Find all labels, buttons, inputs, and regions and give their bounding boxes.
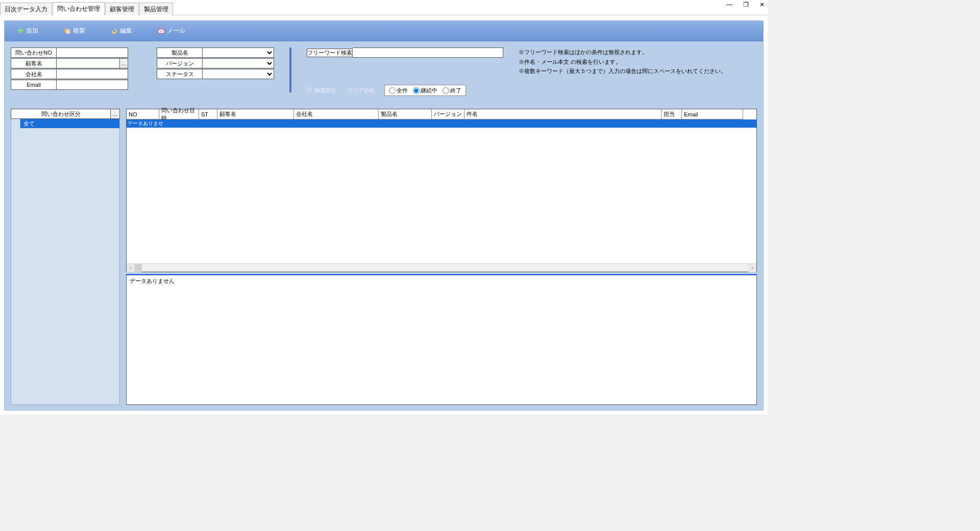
tab-product-mgmt[interactable]: 製品管理 — [139, 3, 173, 15]
edit-button-label: 編集 — [120, 27, 132, 35]
category-item-label: 全て — [20, 119, 119, 128]
radio-done-label: 終了 — [450, 87, 461, 94]
status-radio-group: 全件 継続中 終了 — [384, 85, 466, 96]
customer-input[interactable] — [57, 58, 120, 68]
window-maximize-button[interactable]: ❐ — [742, 1, 749, 8]
main-tabs: 日次データ入力 問い合わせ管理 顧客管理 製品管理 — [0, 4, 768, 15]
filter-freeword-column: フリーワード検索 検索[F1] クリア[F4] — [307, 47, 503, 96]
company-label: 会社名 — [11, 69, 57, 79]
radio-all-label: 全件 — [397, 87, 408, 94]
product-select[interactable] — [203, 47, 274, 58]
edit-button[interactable]: 編集 — [111, 27, 132, 35]
scroll-thumb[interactable] — [135, 264, 142, 272]
search-link-label: 検索[F1] — [314, 87, 335, 94]
clear-link[interactable]: クリア[F4] — [348, 87, 374, 94]
plus-icon — [17, 28, 24, 35]
grid-header-row: NO問い合わせ日時ST顧客名会社名製品名バージョン件名担当Email — [127, 109, 756, 119]
grid-header-cell[interactable]: NO — [127, 109, 159, 119]
tab-customer-mgmt[interactable]: 顧客管理 — [105, 3, 139, 15]
grid-header-cell[interactable]: 製品名 — [379, 109, 432, 119]
window-close-button[interactable]: ✕ — [758, 1, 766, 8]
inquiry-no-label: 問い合わせNO — [11, 47, 57, 58]
radio-ongoing[interactable]: 継続中 — [413, 87, 437, 94]
search-link[interactable]: 検索[F1] — [307, 87, 335, 94]
copy-button[interactable]: 複製 — [64, 27, 85, 35]
detail-empty-text: データありません — [130, 278, 175, 284]
grid-header-cell[interactable]: バージョン — [432, 109, 464, 119]
category-item-all[interactable]: 全て — [11, 119, 119, 128]
scroll-left-button[interactable]: ‹ — [127, 264, 135, 272]
grid-header-cell[interactable]: ST — [199, 109, 217, 119]
grid-header-cell[interactable]: 担当 — [662, 109, 682, 119]
row-indicator — [11, 119, 20, 128]
status-label: ステータス — [157, 69, 203, 79]
grid-body: データありませ — [127, 119, 756, 263]
category-panel: 問い合わせ区分 … 全て — [11, 109, 120, 405]
detail-panel: データありません — [126, 274, 757, 405]
grid-header-cell[interactable]: 顧客名 — [217, 109, 294, 119]
grid-header-cell[interactable]: 件名 — [464, 109, 662, 119]
grid-header-cell[interactable]: 問い合わせ日時 — [159, 109, 199, 119]
svg-line-4 — [311, 91, 312, 92]
freeword-input[interactable] — [353, 47, 503, 58]
svg-rect-1 — [66, 30, 70, 34]
search-icon — [307, 87, 313, 94]
radio-done[interactable]: 終了 — [443, 87, 461, 94]
add-button[interactable]: 追加 — [17, 27, 38, 35]
filter-left-column: 問い合わせNO 顧客名 … 会社名 Email — [11, 47, 128, 90]
action-toolbar: 追加 複製 編集 メール — [5, 21, 763, 41]
grid-horizontal-scrollbar[interactable]: ‹ › — [127, 263, 756, 272]
note-line-3: ※複数キーワード（最大５つまで）入力の場合は間にスペースをいれてください。 — [519, 66, 726, 76]
grid-header-cell[interactable]: Email — [682, 109, 743, 119]
category-lookup-button[interactable]: … — [111, 109, 120, 119]
version-select[interactable] — [203, 58, 274, 68]
clear-link-label: クリア[F4] — [348, 87, 374, 94]
tab-daily-input[interactable]: 日次データ入力 — [0, 3, 52, 15]
version-label: バージョン — [157, 58, 203, 68]
window-minimize-button[interactable]: — — [726, 1, 733, 8]
refresh-icon — [111, 28, 118, 35]
tab-inquiry-mgmt[interactable]: 問い合わせ管理 — [53, 2, 105, 15]
filter-mid-column: 製品名 バージョン ステータス — [157, 47, 274, 79]
inquiry-no-input[interactable] — [57, 47, 128, 58]
grid-empty-row[interactable]: データありませ — [127, 119, 756, 128]
inquiry-grid: NO問い合わせ日時ST顧客名会社名製品名バージョン件名担当Email データあり… — [126, 109, 757, 272]
freeword-notes: ※フリーワード検索はほかの条件は無視されます。 ※件名・メール本文 の検索を行い… — [519, 47, 726, 76]
copy-icon — [64, 28, 71, 35]
company-input[interactable] — [57, 69, 128, 79]
add-button-label: 追加 — [26, 27, 38, 35]
svg-point-3 — [308, 88, 311, 91]
customer-lookup-button[interactable]: … — [120, 58, 128, 68]
scroll-right-button[interactable]: › — [748, 264, 756, 272]
filter-divider — [289, 47, 291, 92]
product-label: 製品名 — [157, 47, 203, 58]
customer-label: 顧客名 — [11, 58, 57, 68]
mail-button[interactable]: メール — [158, 27, 185, 35]
grid-header-cell[interactable]: 会社名 — [294, 109, 379, 119]
category-header: 問い合わせ区分 — [11, 109, 111, 119]
note-line-1: ※フリーワード検索はほかの条件は無視されます。 — [519, 47, 726, 57]
status-select[interactable] — [203, 69, 274, 79]
radio-ongoing-label: 継続中 — [421, 87, 437, 94]
copy-button-label: 複製 — [73, 27, 85, 35]
mail-button-label: メール — [167, 27, 185, 35]
freeword-label: フリーワード検索 — [307, 49, 353, 57]
mail-icon — [158, 28, 165, 35]
category-list: 全て — [11, 119, 120, 405]
radio-all[interactable]: 全件 — [389, 87, 408, 94]
email-input[interactable] — [57, 80, 128, 90]
note-line-2: ※件名・メール本文 の検索を行います。 — [519, 57, 726, 67]
email-label: Email — [11, 80, 57, 90]
